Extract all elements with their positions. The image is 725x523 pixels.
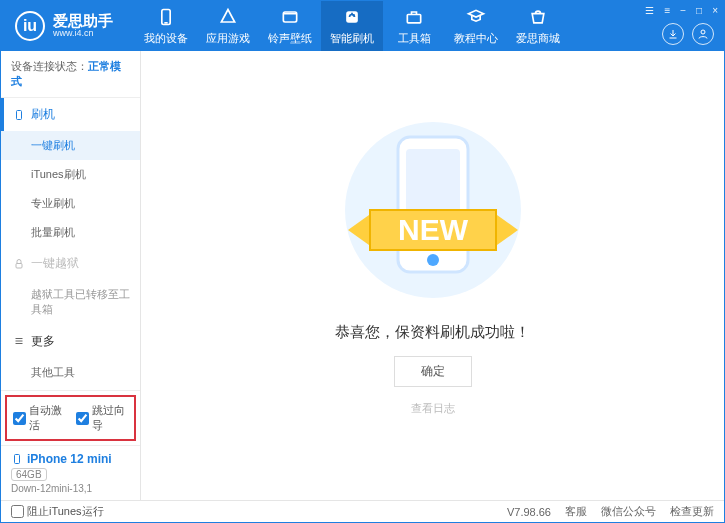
tab-smart-flash[interactable]: 智能刷机 (321, 1, 383, 51)
tab-label: 爱思商城 (516, 31, 560, 46)
jailbreak-note: 越狱工具已转移至工具箱 (1, 280, 140, 325)
group-label: 更多 (31, 333, 55, 350)
checkbox-block-itunes[interactable]: 阻止iTunes运行 (11, 504, 104, 519)
statusbar: 阻止iTunes运行 V7.98.66 客服 微信公众号 检查更新 (1, 500, 724, 522)
checkbox-skip-guide[interactable]: 跳过向导 (76, 403, 129, 433)
tab-label: 我的设备 (144, 31, 188, 46)
sidebar-group-more[interactable]: 更多 (1, 325, 140, 358)
svg-rect-7 (16, 263, 22, 268)
menu-icon[interactable]: ☰ (645, 5, 654, 16)
connection-status: 设备连接状态：正常模式 (1, 51, 140, 98)
success-message: 恭喜您，保资料刷机成功啦！ (335, 323, 530, 342)
close-icon[interactable]: × (712, 5, 718, 16)
sidebar-group-jailbreak[interactable]: 一键越狱 (1, 247, 140, 280)
tab-label: 应用游戏 (206, 31, 250, 46)
check-update-link[interactable]: 检查更新 (670, 504, 714, 519)
tab-my-device[interactable]: 我的设备 (135, 1, 197, 51)
titlebar: iu 爱思助手 www.i4.cn 我的设备 应用游戏 铃声壁纸 智能刷机 (1, 1, 724, 51)
device-panel[interactable]: iPhone 12 mini 64GB Down-12mini-13,1 (1, 445, 140, 500)
user-button[interactable] (692, 23, 714, 45)
tab-store[interactable]: 爱思商城 (507, 1, 569, 51)
sidebar-item-pro-flash[interactable]: 专业刷机 (1, 189, 140, 218)
logo-area: iu 爱思助手 www.i4.cn (1, 11, 127, 41)
svg-rect-4 (407, 14, 420, 22)
group-label: 刷机 (31, 106, 55, 123)
tab-toolbox[interactable]: 工具箱 (383, 1, 445, 51)
tab-tutorials[interactable]: 教程中心 (445, 1, 507, 51)
version-label: V7.98.66 (507, 506, 551, 518)
new-badge-text: NEW (398, 213, 469, 246)
wechat-link[interactable]: 微信公众号 (601, 504, 656, 519)
sidebar-group-flash[interactable]: 刷机 (1, 98, 140, 131)
sidebar-item-download-firmware[interactable]: 下载固件 (1, 387, 140, 391)
tab-ringtones[interactable]: 铃声壁纸 (259, 1, 321, 51)
pin-icon[interactable]: ≡ (664, 5, 670, 16)
sidebar-item-oneclick-flash[interactable]: 一键刷机 (1, 131, 140, 160)
customer-service-link[interactable]: 客服 (565, 504, 587, 519)
app-url: www.i4.cn (53, 29, 113, 39)
sidebar-item-itunes-flash[interactable]: iTunes刷机 (1, 160, 140, 189)
tab-label: 教程中心 (454, 31, 498, 46)
group-label: 一键越狱 (31, 255, 79, 272)
view-log-link[interactable]: 查看日志 (411, 401, 455, 416)
ok-button[interactable]: 确定 (394, 356, 472, 387)
nav-tabs: 我的设备 应用游戏 铃声壁纸 智能刷机 工具箱 教程中心 (135, 1, 569, 51)
svg-point-15 (427, 254, 439, 266)
device-capacity: 64GB (11, 468, 47, 481)
logo-icon: iu (15, 11, 45, 41)
device-identifier: Down-12mini-13,1 (11, 483, 130, 494)
app-window: iu 爱思助手 www.i4.cn 我的设备 应用游戏 铃声壁纸 智能刷机 (0, 0, 725, 523)
svg-rect-6 (17, 110, 22, 119)
tab-label: 智能刷机 (330, 31, 374, 46)
success-illustration: NEW (328, 115, 538, 305)
device-name: iPhone 12 mini (27, 452, 112, 466)
svg-point-5 (701, 30, 705, 34)
sidebar-item-batch-flash[interactable]: 批量刷机 (1, 218, 140, 247)
tab-label: 工具箱 (398, 31, 431, 46)
app-name: 爱思助手 (53, 13, 113, 30)
sidebar: 设备连接状态：正常模式 刷机 一键刷机 iTunes刷机 专业刷机 批量刷机 (1, 51, 141, 500)
tab-label: 铃声壁纸 (268, 31, 312, 46)
download-button[interactable] (662, 23, 684, 45)
window-controls: ☰ ≡ − □ × (645, 5, 718, 16)
maximize-icon[interactable]: □ (696, 5, 702, 16)
minimize-icon[interactable]: − (680, 5, 686, 16)
checkbox-auto-activate[interactable]: 自动激活 (13, 403, 66, 433)
tab-apps-games[interactable]: 应用游戏 (197, 1, 259, 51)
sidebar-item-other-tools[interactable]: 其他工具 (1, 358, 140, 387)
main-content: NEW 恭喜您，保资料刷机成功啦！ 确定 查看日志 (141, 51, 724, 500)
svg-rect-11 (15, 455, 20, 464)
options-highlight-box: 自动激活 跳过向导 (5, 395, 136, 441)
